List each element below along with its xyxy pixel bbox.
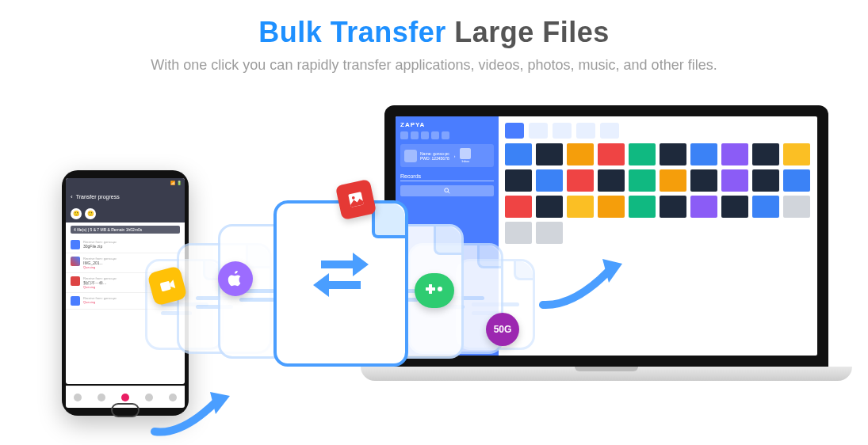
thumbnail (690, 143, 717, 165)
thumbnail (690, 196, 717, 218)
thumbnail (598, 169, 625, 192)
thumbnail-grid (505, 143, 811, 244)
toolbar-icon (442, 131, 449, 139)
laptop-toolbar (400, 131, 494, 139)
thumbnail (598, 143, 625, 165)
nav-item (98, 394, 105, 401)
thumbnail (752, 169, 779, 192)
illustration-scene: 📶🔋 ‹ Transfer progress 🙂 🙂 4 file(s) | 5… (0, 91, 868, 432)
file-thumb (71, 276, 80, 286)
thumbnail (690, 169, 717, 192)
thumbnail (598, 196, 625, 218)
title-accent: Bulk Transfer (258, 16, 446, 48)
thumbnail (629, 143, 656, 165)
inbox-label: Inbox (460, 159, 471, 163)
title-rest: Large Files (446, 16, 610, 48)
swap-icon (309, 243, 373, 299)
thumbnail (783, 169, 810, 192)
thumbnail (660, 169, 686, 192)
file-card-main (273, 200, 408, 367)
toolbar-icon (431, 131, 439, 139)
thumbnail (536, 143, 563, 165)
toolbar-icon (421, 131, 429, 139)
thumbnail (783, 143, 810, 165)
inbox-icon (460, 148, 471, 159)
thumbnail (721, 196, 748, 218)
device-icon (404, 150, 417, 162)
svg-rect-5 (426, 287, 435, 291)
category-item (529, 123, 548, 139)
thumbnail (660, 196, 686, 218)
device-info-card: Name: gonxo-pc PWD: 12345678 › Inbox (400, 144, 494, 167)
back-icon: ‹ (71, 193, 73, 200)
thumbnail (660, 143, 686, 165)
avatar: 🙂 (85, 208, 96, 219)
thumbnail (752, 143, 779, 165)
transfer-arrow-left (151, 384, 238, 439)
toolbar-icon (400, 131, 408, 139)
apple-badge-icon (218, 261, 253, 296)
page-subtitle: With one click you can rapidly transfer … (0, 57, 868, 74)
file-cards-stack: 50G (131, 186, 543, 408)
thumbnail (567, 143, 594, 165)
laptop-main (499, 116, 817, 356)
category-row (505, 123, 811, 139)
nav-item (74, 394, 82, 401)
file-thumb (71, 296, 80, 306)
category-item (553, 123, 572, 139)
pwd-label: PWD: (420, 156, 430, 161)
thumbnail (629, 169, 656, 192)
thumbnail (567, 169, 594, 192)
app-brand: ZAPYA (400, 121, 494, 128)
category-item (576, 123, 595, 139)
thumbnail (721, 169, 748, 192)
phone-header-title: Transfer progress (76, 194, 120, 200)
avatar: 🙂 (71, 208, 82, 219)
svg-point-6 (438, 287, 442, 291)
file-thumb (71, 240, 80, 249)
records-tab: Records (400, 172, 494, 181)
pwd-value: 12345678 (431, 156, 449, 161)
thumbnail (752, 196, 779, 218)
photo-badge-icon (335, 179, 377, 220)
size-badge: 50G (486, 313, 519, 346)
nav-item-active (121, 394, 129, 401)
category-item (600, 123, 619, 139)
thumbnail (721, 143, 748, 165)
game-badge-icon (415, 273, 454, 308)
transfer-arrow-right (539, 249, 626, 313)
svg-rect-7 (160, 281, 171, 292)
file-thumb (71, 257, 80, 266)
category-item (505, 123, 524, 139)
toolbar-icon (411, 131, 419, 139)
thumbnail (505, 143, 532, 165)
thumbnail (783, 196, 810, 218)
thumbnail (567, 196, 594, 218)
size-badge-text: 50G (494, 324, 512, 335)
thumbnail (629, 196, 656, 218)
page-title: Bulk Transfer Large Files (0, 16, 868, 49)
